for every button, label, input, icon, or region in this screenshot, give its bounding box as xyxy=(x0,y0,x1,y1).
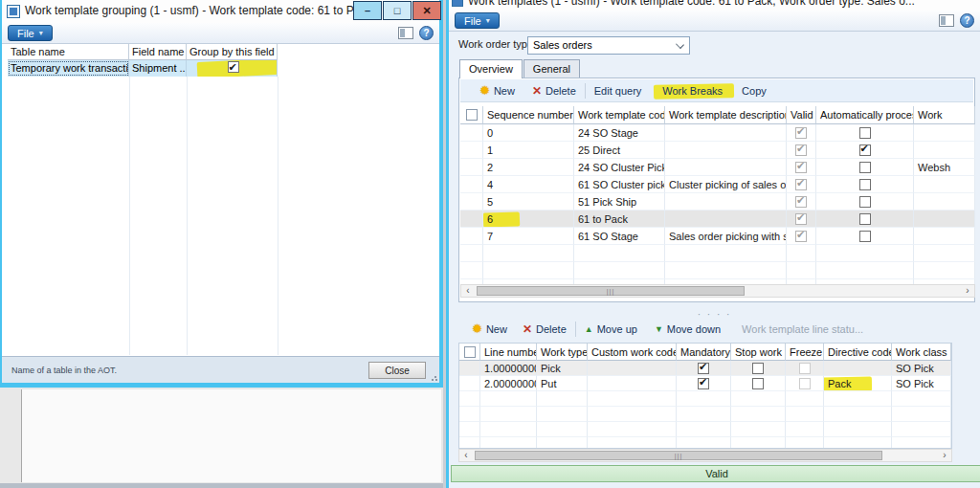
grid-cell-directive_code[interactable]: Pack xyxy=(824,376,892,391)
table-row[interactable]: 224 SO Cluster PickWebsh xyxy=(460,159,975,176)
grid-cell-work[interactable] xyxy=(914,211,975,228)
col-header-stop-work[interactable]: Stop work xyxy=(731,344,786,361)
grid-cell-custom_work_code[interactable] xyxy=(588,361,677,376)
grid-cell-line_number[interactable]: 1.0000000000 xyxy=(480,361,537,376)
minimize-button-icon[interactable]: – xyxy=(353,1,382,20)
grid-cell-stop_work[interactable] xyxy=(731,376,786,391)
grid-cell-work[interactable] xyxy=(914,176,975,193)
col-header-directive-code[interactable]: Directive code xyxy=(824,344,892,361)
checkbox-checked[interactable] xyxy=(795,231,807,242)
resize-grip-icon[interactable] xyxy=(431,374,437,381)
checkbox-unchecked[interactable] xyxy=(752,363,764,374)
grid-cell-work_class_id[interactable]: SO Pick xyxy=(892,376,951,391)
grid-cell-work_type[interactable]: Pick xyxy=(537,361,588,376)
scroll-right-icon[interactable]: › xyxy=(961,285,974,297)
new-button[interactable]: ✹ New xyxy=(479,85,515,97)
grid-cell-work[interactable] xyxy=(914,124,975,142)
checkbox-unchecked[interactable] xyxy=(799,378,811,389)
maximize-button-icon[interactable]: □ xyxy=(383,1,412,20)
splitter-handle[interactable]: · · · · xyxy=(449,304,980,313)
grid-cell-custom_work_code[interactable] xyxy=(588,376,677,391)
grid-cell-select[interactable] xyxy=(460,176,483,193)
table-row[interactable]: 461 SO Cluster pickCluster picking of sa… xyxy=(460,176,975,193)
file-menu-button[interactable]: File ▾ xyxy=(8,25,53,41)
col-header-table-name[interactable]: Table name xyxy=(8,44,129,60)
checkbox-checked[interactable] xyxy=(795,162,807,173)
checkbox-unchecked[interactable] xyxy=(752,378,764,389)
grid-cell-work[interactable] xyxy=(914,193,975,211)
grid-cell-work[interactable]: Websh xyxy=(914,159,975,176)
grid-cell-valid[interactable] xyxy=(787,176,816,193)
delete-line-button[interactable]: ✕ Delete xyxy=(523,323,567,335)
grid-cell-work[interactable] xyxy=(914,142,975,159)
grid-cell-select[interactable] xyxy=(460,124,483,142)
checkbox-unchecked[interactable] xyxy=(859,196,871,208)
close-window-button-icon[interactable]: ✕ xyxy=(412,1,441,20)
col-header-group-by-this-field[interactable]: Group by this field xyxy=(187,44,278,60)
grid-cell-valid[interactable] xyxy=(787,193,816,211)
layout-pane-icon[interactable] xyxy=(398,27,413,39)
delete-button[interactable]: ✕ Delete xyxy=(532,85,576,97)
grid-cell-valid[interactable] xyxy=(787,211,816,228)
grid-cell-select[interactable] xyxy=(460,211,483,228)
grid-cell-description[interactable] xyxy=(665,193,787,211)
left-titlebar[interactable]: Work template grouping (1 - usmf) - Work… xyxy=(2,0,439,23)
col-header-mandatory[interactable]: Mandatory xyxy=(677,344,731,361)
table-row[interactable]: 761 SO StageSales order picking with sta… xyxy=(460,228,975,245)
grid-cell-code[interactable]: 25 Direct xyxy=(574,142,665,159)
select-all-column-header[interactable] xyxy=(459,344,480,361)
checkbox-checked[interactable] xyxy=(698,363,709,374)
col-header-field-name[interactable]: Field name xyxy=(129,44,187,60)
col-header-freeze[interactable]: Freeze xyxy=(786,344,824,361)
grid-cell-description[interactable] xyxy=(665,211,787,228)
grid-cell-code[interactable]: 61 to Pack xyxy=(574,211,665,228)
table-row[interactable]: 551 Pick Ship xyxy=(460,193,975,211)
close-button[interactable]: Close xyxy=(368,362,426,379)
grid-cell-valid[interactable] xyxy=(787,124,816,142)
grid-cell-auto_process[interactable] xyxy=(816,159,914,176)
grid-cell-sequence[interactable]: 1 xyxy=(483,142,574,159)
grid-cell-code[interactable]: 51 Pick Ship xyxy=(574,193,665,211)
select-all-column-header[interactable] xyxy=(460,106,483,124)
grid-cell-sequence[interactable]: 5 xyxy=(483,193,574,211)
checkbox-unchecked[interactable] xyxy=(859,179,871,190)
grid-cell-group-by[interactable] xyxy=(187,60,278,77)
col-header-work-class-id[interactable]: Work class ID xyxy=(892,344,951,361)
file-menu-button[interactable]: File ▾ xyxy=(455,12,500,29)
checkbox-checked[interactable] xyxy=(795,144,807,156)
grid-cell-sequence[interactable]: 6 xyxy=(483,211,574,228)
grid-cell-work_type[interactable]: Put xyxy=(537,376,588,391)
table-row[interactable]: 1.0000000000PickSO Pick xyxy=(459,361,951,376)
grid-cell-select[interactable] xyxy=(459,361,480,376)
grid-cell-valid[interactable] xyxy=(787,228,816,245)
col-header-automatically-process[interactable]: Automatically process xyxy=(816,106,914,124)
grid-cell-sequence[interactable]: 2 xyxy=(483,159,574,176)
templates-grid-hscrollbar[interactable]: ‹ ||| › xyxy=(460,284,975,298)
help-icon[interactable]: ? xyxy=(960,13,974,28)
col-header-custom-work-code[interactable]: Custom work code xyxy=(588,344,677,361)
checkbox-unchecked[interactable] xyxy=(799,363,811,374)
grid-cell-auto_process[interactable] xyxy=(816,228,914,245)
grid-cell-sequence[interactable]: 0 xyxy=(483,124,574,142)
scroll-left-icon[interactable]: ‹ xyxy=(461,285,475,297)
grid-cell-description[interactable] xyxy=(665,142,787,159)
col-header-work-template-code[interactable]: Work template code xyxy=(574,106,665,124)
grid-cell-auto_process[interactable] xyxy=(816,211,914,228)
col-header-line-number[interactable]: Line number xyxy=(480,344,537,361)
checkbox-checked[interactable] xyxy=(795,127,807,139)
grid-cell-sequence[interactable]: 4 xyxy=(483,176,574,193)
lines-grid-hscrollbar[interactable]: ‹ ||| › xyxy=(458,449,952,462)
grid-cell-select[interactable] xyxy=(460,142,483,159)
table-row[interactable]: 2.0000000000PutPackSO Pick xyxy=(459,376,951,391)
grid-cell-auto_process[interactable] xyxy=(816,124,914,142)
grid-cell-freeze[interactable] xyxy=(786,361,824,376)
grid-cell-select[interactable] xyxy=(459,376,480,391)
checkbox-unchecked[interactable] xyxy=(464,346,476,358)
grid-cell-select[interactable] xyxy=(460,193,483,211)
checkbox-unchecked[interactable] xyxy=(859,213,871,225)
grid-cell-description[interactable]: Cluster picking of sales orders xyxy=(665,176,787,193)
grid-cell-description[interactable] xyxy=(665,159,787,176)
table-row[interactable]: 024 SO Stage xyxy=(460,124,975,142)
scroll-right-icon[interactable]: › xyxy=(938,450,951,461)
move-down-button[interactable]: ▼ Move down xyxy=(655,323,721,335)
